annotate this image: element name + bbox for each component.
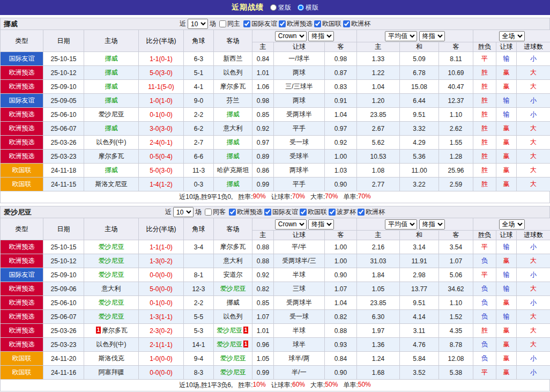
- same-venue-checkbox-input[interactable]: [219, 20, 226, 27]
- filter-checkbox-input[interactable]: [229, 209, 236, 216]
- final-index-select-2[interactable]: 终指: [419, 31, 445, 41]
- final-index-select[interactable]: 终指: [308, 31, 334, 41]
- filter-checkbox[interactable]: 波罗杯: [329, 208, 356, 217]
- red-card-badge: 1: [243, 327, 248, 334]
- home-team: 斯洛文尼亚: [84, 177, 139, 191]
- avg-draw: 5.36: [400, 150, 439, 164]
- corners: 6-3: [184, 52, 214, 66]
- games-suffix-label: 场: [195, 208, 202, 217]
- result-handicap: 赢: [496, 150, 517, 164]
- full-match-select[interactable]: 全场: [499, 219, 525, 230]
- home-team-name: 爱沙尼亚: [99, 110, 124, 118]
- home-team-name: 挪威: [105, 83, 118, 90]
- filter-checkbox-input[interactable]: [300, 209, 307, 216]
- result-wdl: 负: [473, 254, 496, 268]
- home-team-name: 以色列(中): [96, 138, 127, 146]
- games-count-select[interactable]: 10: [188, 19, 208, 29]
- competition-type-badge: 国际友谊: [1, 94, 43, 108]
- filter-checkbox-input[interactable]: [243, 20, 250, 27]
- result-wdl: 胜: [473, 136, 496, 150]
- final-index-select-2[interactable]: 终指: [419, 219, 445, 230]
- competition-type-badge: 欧国联: [1, 177, 43, 191]
- away-team: 挪威: [214, 177, 252, 191]
- result-wdl: 负: [473, 296, 496, 310]
- result-wdl: 胜: [473, 150, 496, 164]
- section-header-bar: 挪威 近 10 场 同主 国际友谊欧洲预选欧国联欧洲杯: [0, 18, 550, 29]
- filter-checkbox[interactable]: 欧国联: [300, 208, 327, 217]
- layout-radio-horizontal[interactable]: 横版: [298, 3, 318, 12]
- filter-checkbox-input[interactable]: [279, 20, 286, 27]
- filter-checkbox-input[interactable]: [343, 20, 350, 27]
- games-count-select[interactable]: 10: [173, 207, 194, 217]
- filter-checkbox[interactable]: 欧洲杯: [358, 208, 385, 217]
- competition-type-badge: 欧洲预选: [1, 240, 43, 254]
- same-venue-checkbox-input[interactable]: [205, 209, 212, 216]
- layout-radio-vertical[interactable]: 竖版: [270, 3, 291, 12]
- odds-home: 0.97: [252, 136, 274, 150]
- filter-checkbox[interactable]: 欧洲预选: [279, 19, 313, 28]
- competition-type-badge: 欧洲预选: [1, 310, 43, 324]
- handicap: 三/三球半: [274, 80, 325, 94]
- handicap: 两球半: [274, 164, 325, 177]
- summary-stat: 单率:70%: [343, 193, 370, 202]
- result-goals: 小: [517, 94, 550, 108]
- col-header-odds-home: 主: [252, 42, 274, 52]
- corners: 8-3: [184, 366, 214, 380]
- summary-stat: 胜率:90%: [238, 193, 265, 202]
- corners: 2-7: [184, 136, 214, 150]
- away-team: 挪威: [214, 136, 252, 150]
- result-goals: 大: [517, 310, 550, 324]
- result-handicap: 输: [496, 52, 517, 66]
- away-team: 安道尔: [214, 268, 252, 282]
- filter-checkbox[interactable]: 国际友谊: [264, 208, 298, 217]
- filter-checkbox-input[interactable]: [358, 209, 365, 216]
- result-goals: 大: [517, 150, 550, 164]
- home-team-name: 斯洛伐克: [99, 354, 124, 362]
- filter-checkbox[interactable]: 欧洲杯: [343, 19, 370, 28]
- final-index-select[interactable]: 终指: [308, 219, 334, 230]
- same-venue-checkbox[interactable]: 同客: [205, 208, 226, 217]
- filter-checkbox[interactable]: 欧洲预选: [229, 208, 263, 217]
- average-select[interactable]: 平均值: [385, 31, 417, 41]
- result-handicap: 输: [496, 94, 517, 108]
- avg-home: 1.20: [357, 94, 400, 108]
- result-goals: 大: [517, 282, 550, 296]
- home-team-name: 爱沙尼亚: [99, 243, 124, 250]
- result-wdl: 胜: [473, 324, 496, 338]
- filter-checkbox-input[interactable]: [329, 209, 336, 216]
- odds-home: 0.84: [252, 52, 274, 66]
- filter-checkbox[interactable]: 国际友谊: [243, 19, 277, 28]
- avg-home: 1.05: [357, 282, 400, 296]
- score-halftime: 2-1(1-1): [139, 338, 184, 352]
- bookmaker-select[interactable]: Crown: [275, 219, 307, 230]
- bookmaker-select[interactable]: Crown: [275, 31, 307, 41]
- result-goals: 小: [517, 268, 550, 282]
- odds-away: 0.88: [325, 324, 357, 338]
- result-goals: 大: [517, 80, 550, 94]
- avg-away: 5.38: [439, 366, 473, 380]
- home-team-name: 挪威: [105, 69, 118, 76]
- away-team-name: 以色列: [224, 69, 243, 76]
- match-date: 25-10-12: [43, 66, 84, 80]
- home-team-name: 挪威: [105, 124, 118, 132]
- layout-radio-horizontal-input[interactable]: [298, 4, 304, 11]
- avg-home: 1.22: [357, 66, 400, 80]
- layout-radio-vertical-input[interactable]: [270, 4, 277, 11]
- avg-draw: 3.22: [400, 177, 439, 191]
- filter-checkbox[interactable]: 欧国联: [314, 19, 341, 28]
- avg-draw: 11.91: [400, 254, 439, 268]
- corners: 3-4: [184, 240, 214, 254]
- col-header-avg-away: 客: [439, 231, 473, 240]
- col-header-odds-away: 客: [325, 42, 357, 52]
- corners: 12-3: [184, 282, 214, 296]
- filter-checkbox-input[interactable]: [314, 20, 321, 27]
- filter-label: 欧国联: [322, 19, 341, 28]
- competition-type-badge: 欧洲预选: [1, 66, 43, 80]
- average-select[interactable]: 平均值: [385, 219, 417, 230]
- filter-checkbox-input[interactable]: [264, 209, 271, 216]
- match-date: 25-06-10: [43, 108, 84, 122]
- full-match-select[interactable]: 全场: [499, 31, 525, 41]
- same-venue-checkbox[interactable]: 同主: [219, 19, 240, 28]
- matches-table-body: 欧洲预选25-10-15爱沙尼亚1-1(1-0)3-4摩尔多瓦0.88平/半1.…: [1, 240, 550, 380]
- corners: 2-2: [184, 296, 214, 310]
